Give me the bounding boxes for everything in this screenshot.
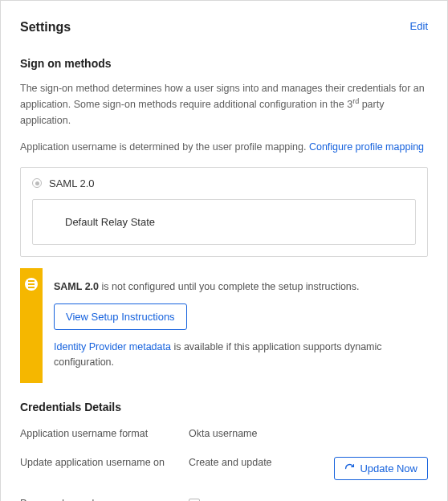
notice-line2: Identity Provider metadata is available … xyxy=(54,340,417,370)
update-username-label: Update application username on xyxy=(20,457,189,468)
notice-strong: SAML 2.0 xyxy=(54,281,99,292)
update-username-value: Create and update xyxy=(189,457,272,468)
edit-link[interactable]: Edit xyxy=(410,20,428,32)
configure-profile-mapping-link[interactable]: Configure profile mapping xyxy=(309,141,424,153)
password-reveal-checkbox-row[interactable]: Allow users to securely see their passwo… xyxy=(189,498,428,501)
sign-on-method-box: SAML 2.0 Default Relay State xyxy=(20,167,428,257)
update-now-label: Update Now xyxy=(360,462,417,475)
notice-line1-rest: is not configured until you complete the… xyxy=(99,281,360,292)
username-desc-text: Application username is determined by th… xyxy=(20,141,309,153)
view-setup-instructions-button[interactable]: View Setup Instructions xyxy=(54,303,187,330)
relay-state-label: Default Relay State xyxy=(65,216,155,228)
setup-notice: SAML 2.0 is not configured until you com… xyxy=(20,268,428,383)
password-reveal-checkbox-text: Allow users to securely see their passwo… xyxy=(208,498,428,501)
notice-body: SAML 2.0 is not configured until you com… xyxy=(54,279,417,370)
saml-radio-label: SAML 2.0 xyxy=(49,177,95,189)
page-title: Settings xyxy=(20,20,71,35)
notice-line1: SAML 2.0 is not configured until you com… xyxy=(54,279,417,295)
username-format-row: Application username format Okta usernam… xyxy=(20,428,428,439)
credentials-details-title: Credentials Details xyxy=(20,401,428,413)
settings-card: Settings Edit Sign on methods The sign-o… xyxy=(0,0,448,501)
password-reveal-row: Password reveal Allow users to securely … xyxy=(20,498,428,501)
refresh-icon xyxy=(344,463,355,474)
update-username-row: Update application username on Create an… xyxy=(20,457,428,480)
desc-sup: rd xyxy=(352,97,359,105)
update-now-button[interactable]: Update Now xyxy=(334,457,428,480)
identity-provider-metadata-link[interactable]: Identity Provider metadata xyxy=(54,341,171,352)
card-header: Settings Edit xyxy=(20,20,428,35)
username-format-label: Application username format xyxy=(20,428,189,439)
saml-radio-row[interactable]: SAML 2.0 xyxy=(32,177,416,189)
username-format-value: Okta username xyxy=(189,428,257,439)
notice-icon-wrap xyxy=(20,268,43,291)
password-reveal-label: Password reveal xyxy=(20,498,189,501)
default-relay-state-field: Default Relay State xyxy=(32,199,416,245)
radio-icon xyxy=(32,178,42,188)
sign-on-description: The sign-on method determines how a user… xyxy=(20,81,428,128)
list-icon xyxy=(25,278,38,291)
sign-on-methods-title: Sign on methods xyxy=(20,57,428,70)
username-mapping-description: Application username is determined by th… xyxy=(20,140,428,155)
